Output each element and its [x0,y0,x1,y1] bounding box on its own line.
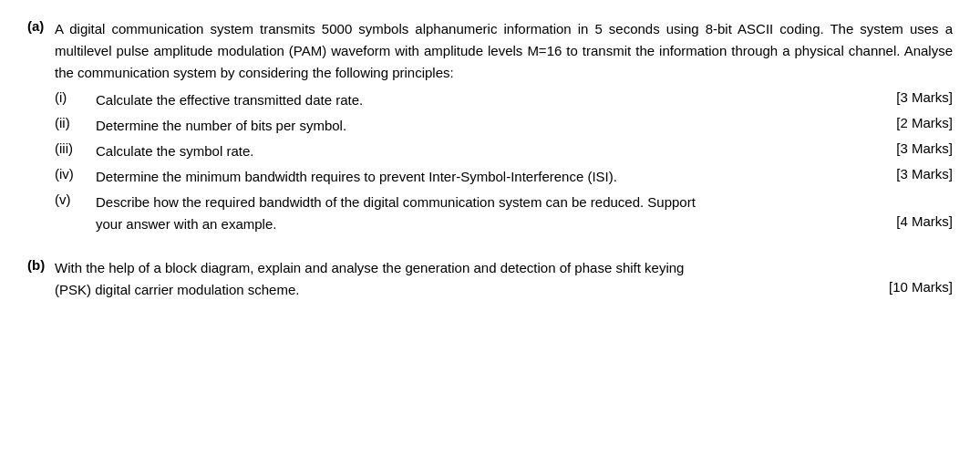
sub-v-indent [55,213,96,235]
question-a-text: A digital communication system transmits… [55,18,953,84]
sub-v-row2: your answer with an example. [4 Marks] [55,213,953,235]
question-b-line1: With the help of a block diagram, explai… [55,257,953,279]
marks-iv: [3 Marks] [871,166,953,181]
question-b-part: (b) With the help of a block diagram, ex… [27,257,953,301]
question-a-block: (a) A digital communication system trans… [27,18,953,239]
question-b-label: (b) [27,257,55,301]
sub-content-i: Calculate the effective transmitted date… [96,89,953,111]
sub-content-iii: Calculate the symbol rate. [3 Marks] [96,140,953,162]
sub-label-ii: (ii) [55,115,96,130]
sub-question-iii: (iii) Calculate the symbol rate. [3 Mark… [55,140,953,162]
sub-text-v-line1: Describe how the required bandwidth of t… [96,192,953,213]
marks-v: [4 Marks] [871,213,953,235]
sub-question-v: (v) Describe how the required bandwidth … [55,192,953,235]
question-a-label: (a) [27,18,55,239]
marks-i: [3 Marks] [871,89,953,105]
sub-label-iii: (iii) [55,140,96,156]
marks-ii: [2 Marks] [871,115,953,130]
sub-text-i: Calculate the effective transmitted date… [96,89,871,111]
sub-label-v: (v) [55,192,96,213]
sub-questions-list: (i) Calculate the effective transmitted … [55,89,953,235]
sub-content-ii: Determine the number of bits per symbol.… [96,115,953,137]
marks-b: [10 Marks] [871,279,953,301]
sub-question-i: (i) Calculate the effective transmitted … [55,89,953,111]
sub-v-row2-content: your answer with an example. [4 Marks] [96,213,953,235]
sub-content-iv: Determine the minimum bandwidth requires… [96,166,953,188]
marks-iii: [3 Marks] [871,140,953,156]
question-b-block: (b) With the help of a block diagram, ex… [27,257,953,301]
sub-text-ii: Determine the number of bits per symbol. [96,115,871,137]
sub-question-iv: (iv) Determine the minimum bandwidth req… [55,166,953,188]
question-b-line2: (PSK) digital carrier modulation scheme. [55,279,299,301]
sub-text-iii: Calculate the symbol rate. [96,140,871,162]
question-a-content: A digital communication system transmits… [55,18,953,239]
sub-label-i: (i) [55,89,96,105]
question-a-part: (a) A digital communication system trans… [27,18,953,239]
sub-label-iv: (iv) [55,166,96,181]
sub-text-v-line2: your answer with an example. [96,213,871,235]
sub-question-ii: (ii) Determine the number of bits per sy… [55,115,953,137]
question-b-content: With the help of a block diagram, explai… [55,257,953,301]
question-b-row2: (PSK) digital carrier modulation scheme.… [55,279,953,301]
sub-v-row1: (v) Describe how the required bandwidth … [55,192,953,213]
sub-text-iv: Determine the minimum bandwidth requires… [96,166,871,188]
